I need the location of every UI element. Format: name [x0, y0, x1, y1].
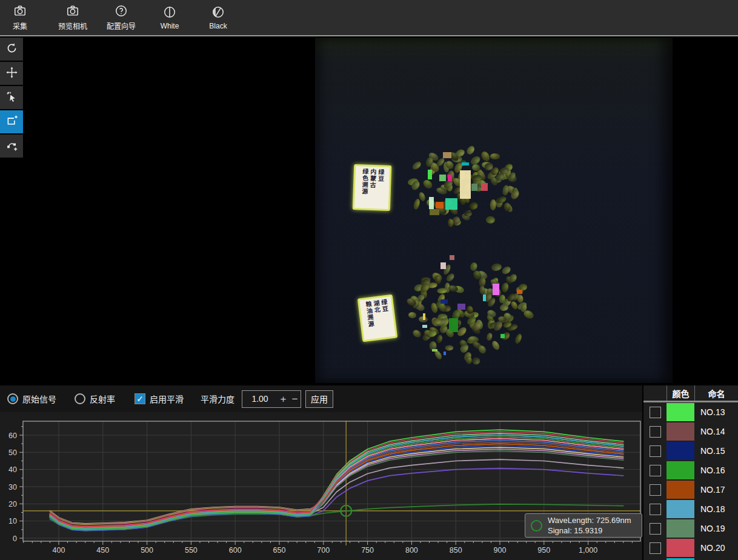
bean	[447, 219, 453, 227]
add-curve-roi-tool-button[interactable]	[0, 135, 23, 158]
roi-selection-rect[interactable]	[483, 295, 486, 301]
bean	[464, 210, 473, 217]
top-toolbar: 采集 预览相机 配置向导 White Black	[0, 0, 738, 36]
svg-text:10: 10	[8, 517, 17, 525]
smooth-strength-stepper: 1.00 + −	[242, 390, 301, 408]
roi-row-checkbox[interactable]	[650, 484, 661, 496]
config-wizard-button[interactable]: 配置向导	[102, 2, 141, 33]
sample-label-sticker: 绿豆湖北粮油溯源	[357, 295, 397, 342]
bean	[422, 178, 434, 190]
bean	[465, 144, 476, 156]
bean	[490, 153, 499, 159]
roi-selection-rect[interactable]	[462, 162, 469, 165]
roi-selection-rect[interactable]	[428, 170, 432, 179]
capture-button[interactable]: 采集	[6, 2, 34, 33]
roi-selection-rect[interactable]	[423, 313, 425, 320]
svg-text:50: 50	[8, 448, 17, 457]
svg-text:60: 60	[8, 432, 17, 440]
roi-name-label: NO.20	[694, 543, 738, 553]
black-reference-label: Black	[209, 22, 227, 30]
refresh-tool-button[interactable]	[0, 38, 23, 61]
svg-text:1,000: 1,000	[579, 546, 597, 555]
roi-name-label: NO.14	[694, 427, 738, 436]
roi-selection-rect[interactable]	[436, 202, 444, 208]
pan-tool-button[interactable]	[0, 62, 23, 85]
raw-signal-radio[interactable]	[7, 393, 18, 404]
svg-text:0: 0	[13, 535, 17, 543]
roi-color-swatch[interactable]	[667, 403, 694, 421]
white-reference-button[interactable]: White	[150, 2, 189, 33]
roi-row-checkbox[interactable]	[650, 523, 661, 535]
roi-selection-rect[interactable]	[457, 304, 465, 310]
roi-list-header-color: 颜色	[667, 385, 694, 401]
roi-selection-rect[interactable]	[429, 197, 434, 209]
roi-row-checkbox[interactable]	[650, 542, 661, 554]
pick-point-tool-button[interactable]	[0, 86, 23, 109]
roi-selection-rect[interactable]	[439, 175, 446, 181]
roi-selection-rect[interactable]	[471, 184, 477, 191]
roi-list-header-check	[643, 385, 667, 401]
roi-selection-rect[interactable]	[517, 290, 522, 294]
bean	[486, 332, 493, 341]
roi-color-swatch[interactable]	[667, 442, 694, 460]
roi-color-swatch[interactable]	[667, 519, 694, 538]
roi-selection-rect[interactable]	[445, 198, 457, 210]
roi-selection-rect[interactable]	[500, 334, 505, 338]
bean	[408, 312, 417, 318]
increment-button[interactable]: +	[278, 392, 289, 407]
roi-row-checkbox[interactable]	[650, 407, 661, 418]
roi-selection-rect[interactable]	[493, 284, 499, 295]
bean	[472, 357, 481, 365]
bean	[514, 333, 523, 344]
roi-selection-rect[interactable]	[443, 152, 451, 158]
roi-selection-rect[interactable]	[450, 255, 454, 260]
smooth-strength-value[interactable]: 1.00	[242, 394, 278, 404]
roi-selection-rect[interactable]	[430, 209, 439, 215]
config-wizard-label: 配置向导	[107, 21, 136, 31]
black-reference-button[interactable]: Black	[199, 2, 238, 33]
svg-text:800: 800	[405, 546, 418, 555]
roi-selection-rect[interactable]	[444, 352, 446, 355]
roi-name-label: NO.17	[694, 485, 738, 495]
apply-button[interactable]: 应用	[305, 390, 333, 408]
roi-selection-rect[interactable]	[481, 183, 488, 191]
roi-color-swatch[interactable]	[667, 461, 694, 479]
app-window: { "toolbar": { "buttons": [ {"label": "采…	[0, 0, 738, 560]
enable-smoothing-checkbox[interactable]: ✓	[135, 393, 145, 404]
roi-list-row: NO.18	[643, 499, 738, 519]
decrement-button[interactable]: −	[289, 392, 301, 407]
roi-list-row: NO.20	[643, 538, 738, 558]
reflectance-radio[interactable]	[75, 393, 85, 404]
camera-image[interactable]: 绿豆内蒙古绿色溯源绿豆湖北粮油溯源	[315, 38, 673, 383]
bean	[413, 198, 421, 210]
capture-label: 采集	[13, 21, 27, 31]
roi-list-row: NO.17	[643, 480, 738, 499]
roi-selection-rect[interactable]	[432, 349, 437, 352]
roi-color-swatch[interactable]	[667, 539, 694, 557]
white-reference-label: White	[161, 22, 179, 30]
roi-list-row: NO.15	[643, 441, 738, 461]
roi-selection-rect[interactable]	[460, 170, 471, 199]
roi-row-checkbox[interactable]	[650, 504, 661, 515]
tool-sidebar	[0, 38, 23, 159]
roi-selection-rect[interactable]	[422, 325, 427, 328]
roi-row-checkbox[interactable]	[650, 445, 661, 457]
spectral-chart[interactable]: 4004505005506006507007508008509009501,00…	[0, 412, 642, 560]
roi-selection-rect[interactable]	[440, 262, 446, 269]
reflectance-label: 反射率	[90, 393, 115, 405]
spectral-chart-svg[interactable]: 4004505005506006507007508008509009501,00…	[0, 412, 642, 560]
roi-color-swatch[interactable]	[667, 481, 694, 499]
roi-selection-rect[interactable]	[440, 299, 448, 304]
image-viewport[interactable]: 绿豆内蒙古绿色溯源绿豆湖北粮油溯源	[23, 36, 738, 385]
roi-selection-rect[interactable]	[448, 175, 452, 181]
sample-label-sticker: 绿豆内蒙古绿色溯源	[353, 164, 392, 211]
add-rect-roi-tool-button[interactable]	[0, 110, 23, 133]
camera-icon	[13, 4, 27, 20]
roi-row-checkbox[interactable]	[650, 426, 661, 438]
roi-color-swatch[interactable]	[667, 500, 694, 518]
bean	[477, 344, 488, 355]
roi-selection-rect[interactable]	[449, 318, 458, 332]
preview-camera-button[interactable]: 预览相机	[53, 2, 92, 33]
roi-color-swatch[interactable]	[667, 422, 694, 441]
roi-row-checkbox[interactable]	[650, 465, 661, 476]
